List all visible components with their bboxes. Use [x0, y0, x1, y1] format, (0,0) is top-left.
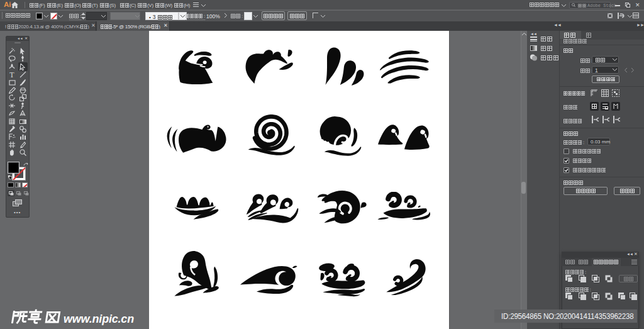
svg-text:T: T [9, 71, 14, 78]
